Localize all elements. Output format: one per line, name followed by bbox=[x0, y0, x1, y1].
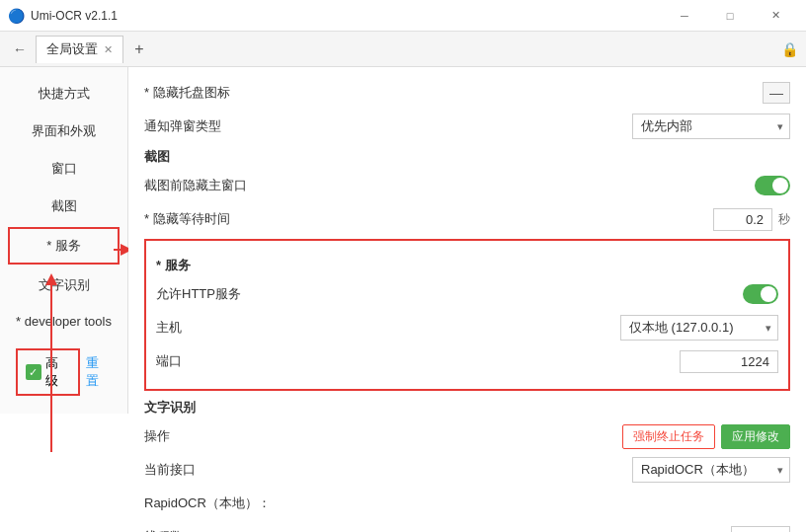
http-service-toggle[interactable] bbox=[743, 284, 778, 304]
back-button[interactable]: ← bbox=[8, 38, 32, 61]
force-stop-button[interactable]: 强制终止任务 bbox=[622, 424, 715, 449]
maximize-button[interactable]: □ bbox=[707, 0, 753, 32]
rapid-ocr-label: RapidOCR（本地）： bbox=[144, 494, 282, 512]
close-button[interactable]: ✕ bbox=[753, 0, 798, 32]
notify-type-label: 通知弹窗类型 bbox=[144, 117, 282, 135]
sidebar-item-service[interactable]: * 服务 bbox=[8, 227, 120, 265]
http-service-row: 允许HTTP服务 bbox=[156, 280, 778, 308]
sidebar-item-ui[interactable]: 界面和外观 bbox=[0, 113, 127, 150]
minimize-button[interactable]: ─ bbox=[662, 0, 707, 32]
wait-time-unit: 秒 bbox=[778, 211, 790, 228]
notify-type-row: 通知弹窗类型 优先内部 bbox=[144, 113, 790, 140]
thread-row: 线程数 bbox=[144, 523, 790, 532]
wait-time-label: * 隐藏等待时间 bbox=[144, 210, 282, 228]
advanced-label: 高级 bbox=[45, 354, 71, 390]
service-section-box: * 服务 允许HTTP服务 主机 仅本地 (127.0.0.1) 端口 bbox=[144, 239, 790, 391]
port-row: 端口 bbox=[156, 347, 778, 375]
http-service-label: 允许HTTP服务 bbox=[156, 285, 294, 303]
operation-label: 操作 bbox=[144, 427, 282, 445]
add-tab-button[interactable]: + bbox=[127, 38, 151, 61]
sidebar-item-shortcuts[interactable]: 快捷方式 bbox=[0, 75, 127, 113]
sidebar-item-ocr[interactable]: 文字识别 bbox=[0, 266, 127, 304]
screenshot-section-title: 截图 bbox=[144, 148, 790, 166]
settings-tab[interactable]: 全局设置 ✕ bbox=[36, 36, 123, 63]
thread-control bbox=[282, 526, 790, 533]
host-select[interactable]: 仅本地 (127.0.0.1) bbox=[620, 315, 778, 341]
current-interface-row: 当前接口 RapidOCR（本地） bbox=[144, 456, 790, 484]
wait-time-input[interactable] bbox=[713, 208, 772, 231]
tab-label: 全局设置 bbox=[46, 40, 98, 58]
lock-icon: 🔒 bbox=[781, 41, 798, 57]
wait-time-row: * 隐藏等待时间 秒 bbox=[144, 205, 790, 233]
operation-control: 强制终止任务 应用修改 bbox=[282, 424, 790, 449]
tab-close-button[interactable]: ✕ bbox=[104, 43, 113, 56]
rapid-ocr-row: RapidOCR（本地）： bbox=[144, 490, 790, 517]
host-row: 主机 仅本地 (127.0.0.1) bbox=[156, 314, 778, 342]
hide-tray-minus[interactable]: — bbox=[763, 82, 790, 104]
hide-window-label: 截图前隐藏主窗口 bbox=[144, 177, 282, 194]
hide-window-toggle[interactable] bbox=[755, 176, 790, 195]
hide-tray-label: * 隐藏托盘图标 bbox=[144, 84, 282, 102]
hide-window-control bbox=[282, 176, 790, 195]
hide-tray-row: * 隐藏托盘图标 — bbox=[144, 79, 790, 107]
notify-type-control: 优先内部 bbox=[282, 114, 790, 139]
host-label: 主机 bbox=[156, 319, 294, 337]
thread-label: 线程数 bbox=[144, 528, 282, 532]
tabbar: ← 全局设置 ✕ + 🔒 bbox=[0, 32, 806, 67]
advanced-check-icon: ✓ bbox=[26, 364, 41, 380]
current-interface-control: RapidOCR（本地） bbox=[282, 457, 790, 483]
main-layout: 快捷方式 界面和外观 窗口 截图 * 服务 文字识别 * developer t… bbox=[0, 67, 806, 532]
content-panel: * 隐藏托盘图标 — 通知弹窗类型 优先内部 截图 截图前隐藏主窗口 * bbox=[128, 67, 806, 532]
app-title: Umi-OCR v2.1.1 bbox=[31, 9, 662, 23]
wait-time-control: 秒 bbox=[282, 208, 790, 231]
current-interface-label: 当前接口 bbox=[144, 461, 282, 479]
hide-tray-control: — bbox=[282, 82, 790, 104]
sidebar-item-window[interactable]: 窗口 bbox=[0, 150, 127, 188]
apply-change-button[interactable]: 应用修改 bbox=[721, 424, 790, 449]
window-controls: ─ □ ✕ bbox=[662, 0, 798, 32]
operation-row: 操作 强制终止任务 应用修改 bbox=[144, 422, 790, 450]
advanced-checkbox[interactable]: ✓ 高级 bbox=[16, 348, 80, 396]
current-interface-select[interactable]: RapidOCR（本地） bbox=[632, 457, 790, 483]
reset-button[interactable]: 重置 bbox=[86, 354, 112, 390]
notify-type-select[interactable]: 优先内部 bbox=[632, 114, 790, 139]
sidebar-item-devtools[interactable]: * developer tools bbox=[0, 304, 127, 339]
sidebar-bottom: ✓ 高级 重置 bbox=[0, 339, 127, 406]
sidebar-item-screenshot[interactable]: 截图 bbox=[0, 188, 127, 225]
thread-input[interactable] bbox=[731, 526, 790, 533]
port-control bbox=[294, 350, 778, 373]
http-service-control bbox=[294, 284, 778, 304]
port-input[interactable] bbox=[680, 350, 778, 373]
app-icon: 🔵 bbox=[8, 8, 25, 24]
ocr-section-title: 文字识别 bbox=[144, 399, 790, 417]
hide-window-row: 截图前隐藏主窗口 bbox=[144, 172, 790, 199]
titlebar: 🔵 Umi-OCR v2.1.1 ─ □ ✕ bbox=[0, 0, 806, 32]
port-label: 端口 bbox=[156, 352, 294, 370]
service-section-title: * 服务 bbox=[156, 257, 778, 274]
sidebar: 快捷方式 界面和外观 窗口 截图 * 服务 文字识别 * developer t… bbox=[0, 67, 128, 414]
host-control: 仅本地 (127.0.0.1) bbox=[294, 315, 778, 341]
